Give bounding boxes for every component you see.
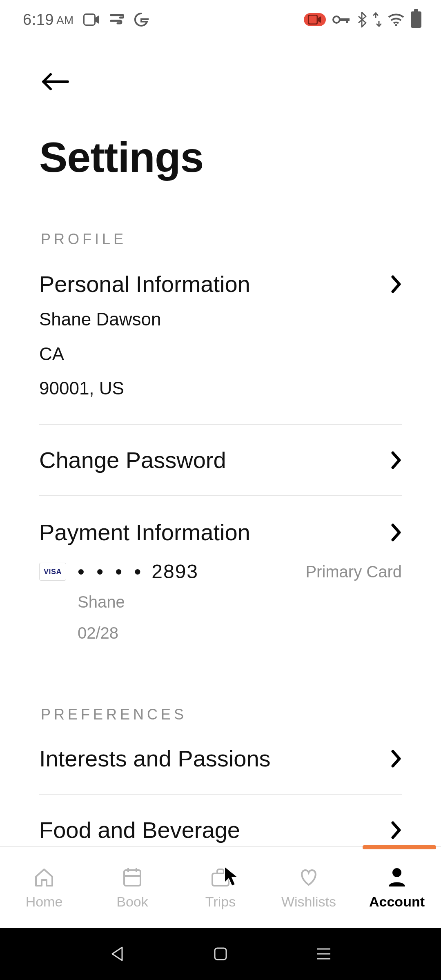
bluetooth-icon <box>357 11 367 28</box>
android-back-button[interactable] <box>93 938 142 970</box>
square-home-icon <box>213 947 228 961</box>
personal-info-postal: 90001, US <box>39 376 402 401</box>
svg-rect-12 <box>215 948 226 960</box>
page-title: Settings <box>0 96 441 182</box>
svg-rect-4 <box>346 18 348 23</box>
section-header-profile: PROFILE <box>0 231 441 248</box>
interests-title: Interests and Passions <box>39 745 271 772</box>
back-button[interactable] <box>40 67 69 96</box>
svg-rect-0 <box>84 14 95 25</box>
section-header-preferences: PREFERENCES <box>0 706 441 723</box>
card-last4: 2893 <box>151 561 198 582</box>
home-icon <box>33 865 56 888</box>
arrow-left-icon <box>40 72 69 91</box>
android-status-bar: 6:19AM <box>0 0 441 39</box>
personal-information-title: Personal Information <box>39 271 250 297</box>
status-time-hours: 6:19 <box>23 11 54 28</box>
svg-point-2 <box>333 16 340 23</box>
active-tab-indicator <box>363 845 436 849</box>
card-number-masked: • • • •2893 <box>78 560 294 583</box>
android-recents-button[interactable] <box>299 938 348 970</box>
google-g-icon <box>134 12 149 27</box>
person-icon <box>385 865 408 888</box>
cast-icon <box>109 13 124 26</box>
vpn-key-icon <box>332 15 350 24</box>
svg-rect-1 <box>308 15 317 24</box>
tab-home[interactable]: Home <box>0 847 88 928</box>
tab-book-label: Book <box>116 894 148 910</box>
change-password-title: Change Password <box>39 447 226 473</box>
calendar-icon <box>121 865 144 888</box>
app-content: Settings PROFILE Personal Information Sh… <box>0 39 441 876</box>
visa-card-icon: VISA <box>39 563 66 581</box>
tab-trips[interactable]: Trips <box>176 847 265 928</box>
status-time: 6:19AM <box>23 11 74 29</box>
tab-trips-label: Trips <box>205 894 236 910</box>
primary-card-label: Primary Card <box>305 563 402 581</box>
personal-info-name: Shane Dawson <box>39 307 402 332</box>
svg-point-5 <box>395 24 397 26</box>
android-home-button[interactable] <box>196 938 245 970</box>
tab-account[interactable]: Account <box>353 847 441 928</box>
data-updown-icon <box>373 12 381 27</box>
row-personal-information[interactable]: Personal Information Shane Dawson CA 900… <box>39 248 402 425</box>
tab-book[interactable]: Book <box>88 847 176 928</box>
personal-info-state: CA <box>39 342 402 367</box>
chevron-right-icon <box>390 275 402 293</box>
status-right <box>304 11 421 28</box>
screen-record-outline-icon <box>83 13 100 26</box>
row-interests-passions[interactable]: Interests and Passions <box>39 723 402 795</box>
heart-icon <box>297 865 320 888</box>
svg-rect-6 <box>124 870 140 886</box>
chevron-right-icon <box>390 750 402 768</box>
briefcase-icon <box>209 865 232 888</box>
battery-icon <box>411 11 421 28</box>
svg-rect-10 <box>212 873 229 886</box>
chevron-right-icon <box>390 451 402 469</box>
triangle-back-icon <box>110 946 125 962</box>
status-time-ampm: AM <box>56 14 74 27</box>
card-holder: Shane <box>78 590 294 614</box>
svg-point-11 <box>392 868 401 877</box>
row-change-password[interactable]: Change Password <box>39 425 402 496</box>
tab-wishlists-label: Wishlists <box>281 894 336 910</box>
chevron-right-icon <box>390 821 402 839</box>
payment-info-title: Payment Information <box>39 519 250 546</box>
tab-home-label: Home <box>26 894 63 910</box>
chevron-right-icon <box>390 523 402 541</box>
row-payment-information[interactable]: Payment Information VISA • • • •2893 Sha… <box>39 496 402 645</box>
food-title: Food and Beverage <box>39 817 240 843</box>
recents-icon <box>316 947 332 960</box>
tab-wishlists[interactable]: Wishlists <box>265 847 353 928</box>
card-expiry: 02/28 <box>78 621 294 645</box>
screen-recording-indicator-icon <box>304 13 326 26</box>
wifi-icon <box>388 13 404 26</box>
tab-account-label: Account <box>369 894 425 910</box>
status-left: 6:19AM <box>23 11 149 29</box>
card-mask-dots: • • • • <box>78 561 144 582</box>
android-nav-bar <box>0 928 441 980</box>
bottom-tab-bar: Home Book Trips Wishlists Account <box>0 846 441 928</box>
